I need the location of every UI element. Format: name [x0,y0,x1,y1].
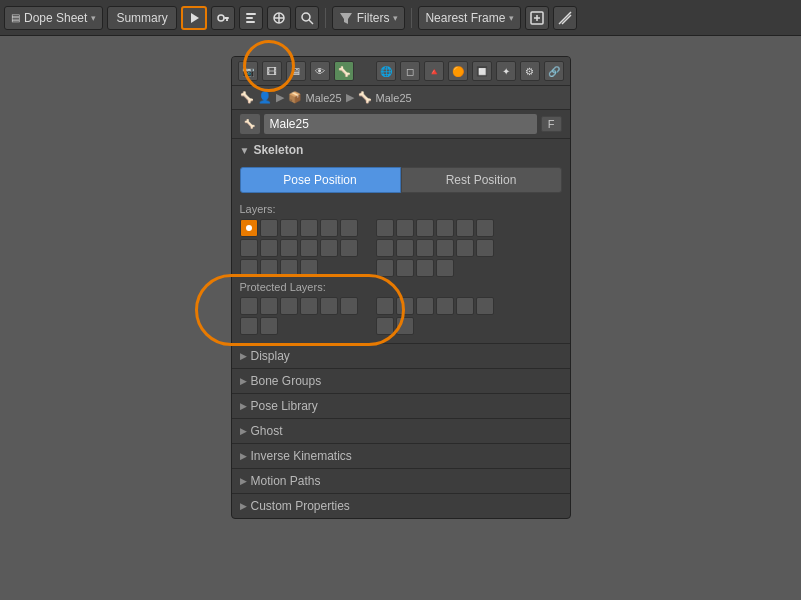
prot-layer-btn-16[interactable] [396,317,414,335]
prop-icon-render[interactable]: 📷 [238,61,258,81]
layer-btn-7[interactable] [240,239,258,257]
layer-btn-28[interactable] [476,239,494,257]
prot-layer-btn-5[interactable] [320,297,338,315]
prop-icon-output[interactable]: 🖥 [286,61,306,81]
layer-btn-1[interactable] [240,219,258,237]
layer-btn-2[interactable] [260,219,278,237]
prot-layer-btn-15[interactable] [376,317,394,335]
collapsible-item-motion-paths[interactable]: ▶Motion Paths [232,468,570,493]
prop-icon-object[interactable]: ◻ [400,61,420,81]
nearest-frame-dropdown[interactable]: Nearest Frame ▾ [418,6,521,30]
layer-btn-31[interactable] [416,259,434,277]
layer-dot-22 [482,225,488,231]
layer-btn-16[interactable] [300,259,318,277]
layer-btn-21[interactable] [456,219,474,237]
prot-layer-btn-14[interactable] [476,297,494,315]
layer-btn-4[interactable] [300,219,318,237]
icon-btn-right-2[interactable] [553,6,577,30]
prop-icon-mesh[interactable]: 🔺 [424,61,444,81]
prot-layer-btn-13[interactable] [456,297,474,315]
layer-dot-10 [306,245,312,251]
breadcrumb-cube-icon: 📦 [288,91,302,104]
layer-btn-17[interactable] [376,219,394,237]
collapsible-label: Inverse Kinematics [251,449,352,463]
icon-btn-markers[interactable] [239,6,263,30]
prot-layer-btn-3[interactable] [280,297,298,315]
skeleton-section-header[interactable]: ▼ Skeleton [232,138,570,161]
prot-layer-btn-11[interactable] [416,297,434,315]
icon-btn-right-1[interactable] [525,6,549,30]
layer-btn-11[interactable] [320,239,338,257]
layer-dot-1 [246,225,252,231]
layer-btn-14[interactable] [260,259,278,277]
layer-btn-29[interactable] [376,259,394,277]
layer-btn-13[interactable] [240,259,258,277]
layer-btn-24[interactable] [396,239,414,257]
prop-icon-material[interactable]: 🟠 [448,61,468,81]
summary-button[interactable]: Summary [107,6,176,30]
collapsible-item-pose-library[interactable]: ▶Pose Library [232,393,570,418]
divider-2 [411,8,412,28]
collapsible-arrow-icon: ▶ [240,426,247,436]
layer-btn-6[interactable] [340,219,358,237]
layer-btn-19[interactable] [416,219,434,237]
prop-icon-texture[interactable]: 🔲 [472,61,492,81]
collapsible-item-display[interactable]: ▶Display [232,343,570,368]
layer-btn-9[interactable] [280,239,298,257]
prot-layer-btn-4[interactable] [300,297,318,315]
layer-dot-5 [326,225,332,231]
layer-dot-11 [326,245,332,251]
layer-btn-23[interactable] [376,239,394,257]
prot-layer-btn-1[interactable] [240,297,258,315]
prop-icon-world[interactable]: 🌐 [376,61,396,81]
object-name-input[interactable] [264,114,537,134]
prot-layer-btn-12[interactable] [436,297,454,315]
breadcrumb-item-1[interactable]: Male25 [306,92,342,104]
icon-btn-key[interactable] [211,6,235,30]
layer-btn-18[interactable] [396,219,414,237]
run-icon [187,11,201,25]
prop-icon-scene[interactable]: 🦴 [334,61,354,81]
collapsible-item-bone-groups[interactable]: ▶Bone Groups [232,368,570,393]
layer-btn-32[interactable] [436,259,454,277]
layer-btn-25[interactable] [416,239,434,257]
prop-icon-particles[interactable]: ✦ [496,61,516,81]
layer-btn-26[interactable] [436,239,454,257]
prot-layer-btn-8[interactable] [260,317,278,335]
layer-btn-20[interactable] [436,219,454,237]
prop-icon-physics[interactable]: ⚙ [520,61,540,81]
breadcrumb-item-2[interactable]: Male25 [376,92,412,104]
pose-position-button[interactable]: Pose Position [240,167,401,193]
layer-btn-10[interactable] [300,239,318,257]
layer-btn-22[interactable] [476,219,494,237]
layer-btn-5[interactable] [320,219,338,237]
icon-btn-run[interactable] [181,6,207,30]
editor-type-dropdown[interactable]: ▤ Dope Sheet ▾ [4,6,103,30]
icon-btn-search[interactable] [295,6,319,30]
collapsible-item-custom-properties[interactable]: ▶Custom Properties [232,493,570,518]
collapsible-label: Display [251,349,290,363]
layer-btn-30[interactable] [396,259,414,277]
layer-dot-30 [402,265,408,271]
rest-position-button[interactable]: Rest Position [401,167,562,193]
filters-icon [339,11,353,25]
icon-btn-channels[interactable] [267,6,291,30]
key-icon [216,11,230,25]
protected-layers-group-1 [240,297,370,335]
layer-btn-27[interactable] [456,239,474,257]
prot-layer-btn-2[interactable] [260,297,278,315]
collapsible-item-ghost[interactable]: ▶Ghost [232,418,570,443]
prot-layer-btn-7[interactable] [240,317,258,335]
prop-icon-constraints[interactable]: 🔗 [544,61,564,81]
prot-layer-btn-9[interactable] [376,297,394,315]
prop-icon-render2[interactable]: 🎞 [262,61,282,81]
prot-layer-btn-10[interactable] [396,297,414,315]
layer-btn-3[interactable] [280,219,298,237]
layer-btn-8[interactable] [260,239,278,257]
layer-btn-12[interactable] [340,239,358,257]
prot-layer-btn-6[interactable] [340,297,358,315]
prop-icon-view[interactable]: 👁 [310,61,330,81]
collapsible-item-inverse-kinematics[interactable]: ▶Inverse Kinematics [232,443,570,468]
layer-btn-15[interactable] [280,259,298,277]
layer-dot-32 [442,265,448,271]
